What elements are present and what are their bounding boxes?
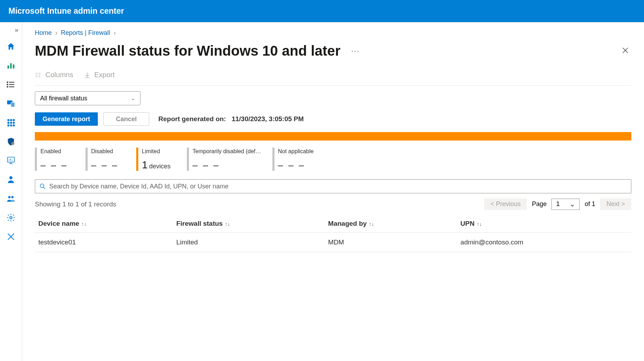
- col-device[interactable]: Device name↑↓: [35, 215, 173, 233]
- people-icon: [6, 194, 15, 203]
- svg-rect-14: [7, 122, 9, 124]
- cell-device: testdevice01: [35, 233, 173, 252]
- svg-point-28: [8, 196, 11, 198]
- svg-point-20: [11, 142, 14, 145]
- chevron-right-icon: ›: [114, 29, 116, 37]
- filter-dropdown[interactable]: All firewall status ⌄: [35, 91, 140, 105]
- app-header: Microsoft Intune admin center: [0, 0, 644, 22]
- search-input[interactable]: [49, 183, 627, 190]
- cell-upn: admin@contoso.com: [457, 233, 631, 252]
- svg-point-43: [40, 184, 44, 188]
- app-title: Microsoft Intune admin center: [8, 6, 124, 16]
- page-total: of 1: [585, 200, 595, 208]
- export-label: Export: [94, 71, 115, 79]
- close-button[interactable]: [619, 44, 631, 58]
- prev-page-button[interactable]: < Previous: [484, 198, 527, 210]
- apps-grid-icon: [6, 118, 15, 127]
- sort-icon: ↑↓: [225, 221, 230, 227]
- sidebar-devices[interactable]: [5, 97, 17, 110]
- report-timestamp-label: Report generated on:: [158, 115, 226, 123]
- stat-enabled: Enabled – – –: [35, 148, 77, 171]
- svg-rect-21: [7, 157, 14, 162]
- breadcrumb-home[interactable]: Home: [35, 29, 52, 37]
- svg-line-44: [43, 187, 45, 189]
- svg-rect-11: [7, 119, 9, 121]
- svg-rect-17: [7, 124, 9, 126]
- svg-point-27: [10, 176, 13, 179]
- svg-point-8: [7, 86, 8, 87]
- chart-icon: [6, 61, 15, 70]
- svg-rect-12: [10, 119, 12, 121]
- shield-icon: [6, 137, 15, 146]
- generate-report-button[interactable]: Generate report: [35, 112, 98, 126]
- col-status[interactable]: Firewall status↑↓: [173, 215, 324, 233]
- columns-button[interactable]: Columns: [35, 71, 73, 79]
- columns-label: Columns: [45, 71, 73, 79]
- tools-icon: [6, 232, 15, 241]
- svg-rect-0: [7, 66, 9, 69]
- more-actions-icon[interactable]: ···: [351, 46, 360, 56]
- page-title: MDM Firewall status for Windows 10 and l…: [35, 43, 341, 59]
- next-page-button[interactable]: Next >: [600, 198, 631, 210]
- monitor-chart-icon: [6, 156, 15, 165]
- search-box[interactable]: [35, 179, 631, 193]
- sort-icon: ↑↓: [369, 221, 374, 227]
- sort-icon: ↑↓: [81, 221, 87, 227]
- stat-limited: Limited 1devices: [136, 148, 178, 171]
- chevron-down-icon: ⌄: [131, 95, 135, 101]
- col-managed[interactable]: Managed by↑↓: [324, 215, 457, 233]
- main-content: Home › Reports | Firewall › MDM Firewall…: [22, 22, 644, 361]
- table-row[interactable]: testdevice01 Limited MDM admin@contoso.c…: [35, 233, 631, 252]
- stat-disabled: Disabled – – –: [86, 148, 128, 171]
- chevron-down-icon: ⌄: [570, 200, 575, 208]
- nav-sidebar: »: [0, 22, 22, 361]
- report-timestamp-value: 11/30/2023, 3:05:05 PM: [232, 115, 304, 123]
- cell-status: Limited: [173, 233, 324, 252]
- filter-selected: All firewall status: [40, 95, 87, 102]
- chevron-right-icon: ›: [55, 29, 57, 37]
- stat-temporary: Temporarily disabled (def… – – –: [187, 148, 264, 171]
- progress-bar: [35, 132, 631, 141]
- close-icon: [621, 46, 629, 54]
- devices-icon: [6, 99, 15, 108]
- sidebar-troubleshoot[interactable]: [5, 230, 17, 243]
- gear-icon: [6, 213, 15, 222]
- sidebar-home[interactable]: [5, 40, 17, 53]
- svg-point-7: [7, 84, 8, 85]
- svg-point-30: [10, 217, 12, 219]
- search-icon: [39, 183, 46, 189]
- sidebar-apps[interactable]: [5, 116, 17, 129]
- results-table: Device name↑↓ Firewall status↑↓ Managed …: [35, 215, 631, 252]
- export-button[interactable]: Export: [84, 71, 115, 79]
- breadcrumb: Home › Reports | Firewall ›: [35, 29, 631, 37]
- sidebar-reports[interactable]: [5, 154, 17, 167]
- sidebar-list[interactable]: [5, 78, 17, 91]
- svg-point-29: [11, 196, 14, 198]
- sidebar-dashboard[interactable]: [5, 59, 17, 72]
- svg-rect-19: [13, 124, 14, 126]
- records-summary: Showing 1 to 1 of 1 records: [35, 200, 116, 208]
- sort-icon: ↑↓: [476, 221, 482, 227]
- svg-rect-1: [10, 63, 12, 69]
- home-icon: [6, 42, 15, 51]
- svg-rect-16: [13, 122, 14, 124]
- sidebar-security[interactable]: [5, 135, 17, 148]
- page-label: Page: [532, 200, 547, 208]
- page-select[interactable]: 1 ⌄: [551, 199, 580, 210]
- svg-rect-13: [13, 119, 14, 121]
- svg-rect-2: [13, 64, 14, 69]
- svg-point-6: [7, 82, 8, 82]
- download-icon: [84, 71, 91, 79]
- cancel-button[interactable]: Cancel: [103, 112, 149, 126]
- cell-managed: MDM: [324, 233, 457, 252]
- sidebar-groups[interactable]: [5, 192, 17, 205]
- sidebar-tenant[interactable]: [5, 211, 17, 224]
- list-icon: [6, 80, 15, 89]
- col-upn[interactable]: UPN↑↓: [457, 215, 631, 233]
- svg-rect-18: [10, 124, 12, 126]
- sidebar-users[interactable]: [5, 173, 17, 186]
- person-icon: [6, 175, 15, 184]
- svg-rect-10: [11, 102, 15, 107]
- expand-sidebar-icon[interactable]: »: [15, 26, 22, 34]
- breadcrumb-reports[interactable]: Reports | Firewall: [61, 29, 110, 37]
